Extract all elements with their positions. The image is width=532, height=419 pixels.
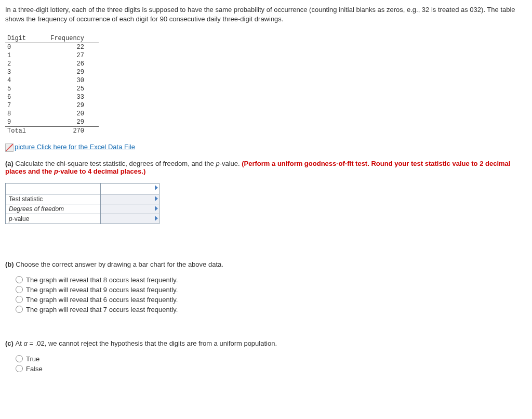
freq-cell: 29: [41, 68, 86, 76]
part-a-label: (a): [5, 160, 16, 167]
radio-icon: [16, 276, 23, 283]
part-a-text2: -value.: [220, 160, 242, 167]
digit-cell: 9: [5, 118, 41, 126]
part-a: (a) Calculate the chi-square test statis…: [5, 160, 527, 224]
part-c: (c) At α = .02, we cannot reject the hyp…: [5, 339, 527, 373]
digit-cell: 0: [5, 43, 41, 51]
option-7[interactable]: The graph will reveal that 7 occurs leas…: [16, 306, 527, 313]
problem-intro: In a three-digit lottery, each of the th…: [5, 5, 527, 24]
test-statistic-label: Test statistic: [6, 194, 101, 204]
pvalue-input[interactable]: [101, 214, 159, 224]
freq-cell: 29: [41, 118, 86, 126]
digit-cell: 3: [5, 68, 41, 76]
total-value: 270: [41, 127, 86, 135]
total-label: Total: [5, 127, 41, 135]
test-statistic-input[interactable]: [101, 194, 159, 204]
option-true[interactable]: True: [16, 355, 527, 363]
p-italic: p: [216, 160, 219, 167]
freq-cell: 25: [41, 85, 86, 93]
digit-cell: 2: [5, 60, 41, 68]
option-text: The graph will reveal that 8 occurs leas…: [26, 276, 178, 284]
freq-cell: 27: [41, 51, 86, 60]
option-false[interactable]: False: [16, 365, 527, 373]
part-c-options: True False: [16, 355, 527, 373]
alpha-symbol: α: [23, 339, 27, 347]
option-text: The graph will reveal that 6 occurs leas…: [26, 296, 178, 304]
part-b-options: The graph will reveal that 8 occurs leas…: [16, 276, 527, 313]
option-6[interactable]: The graph will reveal that 6 occurs leas…: [16, 296, 527, 304]
blank-cell: [6, 183, 101, 194]
radio-icon: [16, 365, 23, 372]
radio-icon: [16, 306, 23, 313]
freq-cell: 22: [41, 43, 86, 51]
digit-cell: 8: [5, 110, 41, 118]
frequency-table: Digit Frequency 022 127 226 329 430 525 …: [5, 34, 527, 135]
digit-cell: 4: [5, 76, 41, 85]
freq-cell: 20: [41, 110, 86, 118]
option-9[interactable]: The graph will reveal that 9 occurs leas…: [16, 286, 527, 294]
part-a-red2: -value to 4 decimal places.): [58, 167, 145, 175]
digit-cell: 1: [5, 51, 41, 60]
col-digit-header: Digit: [5, 34, 41, 43]
dof-input[interactable]: [101, 204, 159, 214]
option-text: False: [26, 365, 43, 373]
radio-icon: [16, 286, 23, 293]
blank-cell: [101, 183, 159, 194]
freq-cell: 29: [41, 101, 86, 110]
excel-data-link[interactable]: picture Click here for the Excel Data Fi…: [15, 143, 135, 151]
digit-cell: 6: [5, 93, 41, 101]
radio-icon: [16, 355, 23, 362]
option-8[interactable]: The graph will reveal that 8 occurs leas…: [16, 276, 527, 284]
dof-label: Degrees of freedom: [6, 204, 101, 214]
part-c-text2: = .02, we cannot reject the hypothesis t…: [28, 339, 277, 347]
answer-table: Test statistic Degrees of freedom p-valu…: [5, 183, 159, 224]
freq-cell: 26: [41, 60, 86, 68]
digit-cell: 7: [5, 101, 41, 110]
option-text: The graph will reveal that 7 occurs leas…: [26, 306, 178, 313]
freq-cell: 30: [41, 76, 86, 85]
option-text: The graph will reveal that 9 occurs leas…: [26, 286, 178, 294]
option-text: True: [26, 355, 39, 363]
part-b-text: Choose the correct answer by drawing a b…: [16, 260, 223, 268]
part-a-text1: Calculate the chi-square test statistic,…: [16, 160, 216, 167]
pvalue-label: p-value: [6, 214, 101, 224]
freq-cell: 33: [41, 93, 86, 101]
excel-link-row: picture Click here for the Excel Data Fi…: [5, 143, 527, 152]
part-b-label: (b): [5, 260, 16, 268]
part-b: (b) Choose the correct answer by drawing…: [5, 260, 527, 313]
p-italic-red: p: [54, 167, 58, 175]
col-frequency-header: Frequency: [41, 34, 86, 43]
broken-image-icon: [5, 143, 14, 152]
radio-icon: [16, 296, 23, 303]
part-c-label: (c): [5, 339, 16, 347]
digit-cell: 5: [5, 85, 41, 93]
part-c-text1: At: [16, 339, 24, 347]
